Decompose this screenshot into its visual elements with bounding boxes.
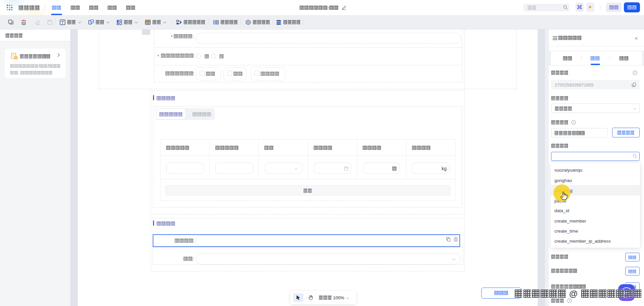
svg-text:?: ? xyxy=(573,121,574,124)
svg-text:?: ? xyxy=(634,71,636,74)
svg-text:?: ? xyxy=(568,299,570,302)
